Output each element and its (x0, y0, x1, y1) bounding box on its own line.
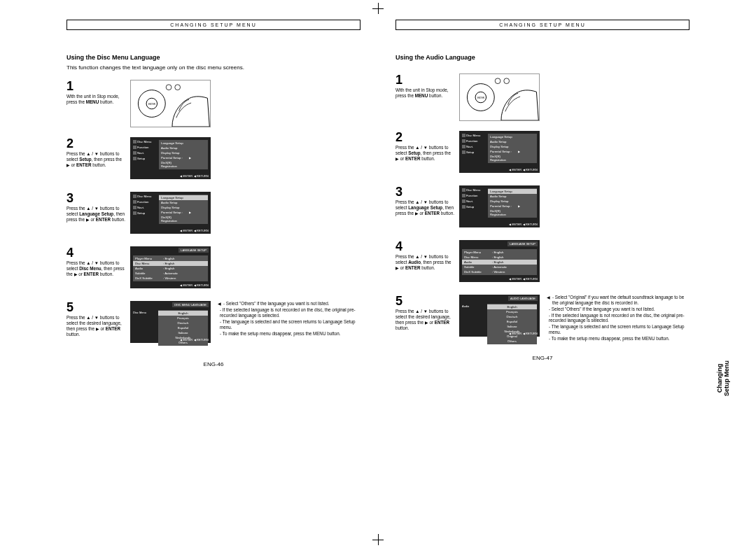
step-text: Press the ▲ / ▼ buttons to select Langua… (66, 206, 126, 223)
svg-text:ENTER: ENTER (148, 103, 155, 106)
step-number: 2 (396, 131, 455, 143)
step-figure: ENTER (130, 80, 211, 130)
step-number: 3 (66, 192, 126, 204)
side-tab: Changing Setup Menu (717, 360, 731, 396)
page-spread: CHANGING SETUP MENU Using the Disc Menu … (0, 0, 756, 377)
step-text: Press the ▲ / ▼ buttons to select Langua… (396, 199, 455, 216)
step-row: 4 Press the ▲ / ▼ buttons to select Audi… (396, 240, 690, 288)
step-row: 3 Press the ▲ / ▼ buttons to select Lang… (396, 185, 690, 233)
step-text: Press the ▲ / ▼ buttons to select Disc M… (66, 260, 126, 277)
step-text: With the unit in Stop mode, press the ME… (66, 94, 126, 105)
step-row: 2 Press the ▲ / ▼ buttons to select Setu… (66, 137, 360, 185)
step-text: Press the ▲ / ▼ buttons to select Audio,… (396, 254, 455, 271)
header-bar-right: CHANGING SETUP MENU (396, 20, 690, 30)
step-figure: LANGUAGE SETUP Player Menu: EnglishDisc … (130, 246, 211, 294)
step-number: 4 (396, 240, 455, 253)
step-text: Press the ▲ / ▼ buttons to select Setup,… (66, 151, 126, 168)
step-row: 1 With the unit in Stop mode, press the … (66, 80, 360, 130)
step-number: 3 (396, 185, 455, 198)
step-figure: AUDIO LANGUAGE Audio EnglishFrançaisDeut… (459, 295, 540, 342)
section-title-left: Using the Disc Menu Language (66, 54, 360, 61)
step-text: Press the ▲ / ▼ buttons to select the de… (396, 309, 455, 330)
step-notes: ◀- Select "Others" if the language you w… (215, 301, 360, 349)
header-bar-left: CHANGING SETUP MENU (66, 20, 360, 30)
step-text: Press the ▲ / ▼ buttons to select the de… (66, 315, 126, 337)
step-figure: Disc MenuFunctionNavi.Setup Language Set… (459, 131, 540, 178)
step-number: 5 (396, 295, 455, 307)
side-tab-line2: Setup Menu (723, 360, 730, 396)
svg-text:ENTER: ENTER (477, 97, 484, 99)
step-figure: Disc MenuFunctionNavi.Setup Language Set… (130, 137, 211, 185)
page-number-left: ENG-46 (66, 361, 360, 367)
step-text: Press the ▲ / ▼ buttons to select Setup,… (396, 145, 455, 162)
section-title-right: Using the Audio Language (396, 54, 690, 61)
step-figure: ENTER (459, 73, 540, 124)
section-subtitle-left: This function changes the text language … (66, 64, 360, 71)
step-row: 5 Press the ▲ / ▼ buttons to select the … (66, 301, 360, 349)
step-row: 5 Press the ▲ / ▼ buttons to select the … (396, 295, 690, 342)
side-tab-line1: Changing (716, 364, 723, 393)
step-row: 4 Press the ▲ / ▼ buttons to select Disc… (66, 246, 360, 294)
step-row: 2 Press the ▲ / ▼ buttons to select Setu… (396, 131, 690, 178)
step-number: 2 (66, 137, 126, 150)
step-figure: LANGUAGE SETUP Player Menu: EnglishDisc … (459, 240, 540, 288)
page-left: CHANGING SETUP MENU Using the Disc Menu … (66, 20, 360, 367)
page-number-right: ENG-47 (396, 355, 690, 361)
step-figure: Disc MenuFunctionNavi.Setup Language Set… (130, 192, 211, 239)
step-number: 4 (66, 246, 126, 259)
step-figure: Disc MenuFunctionNavi.Setup Language Set… (459, 185, 540, 233)
step-row: 3 Press the ▲ / ▼ buttons to select Lang… (66, 192, 360, 239)
step-figure: DISC MENU LANGUAGE Disc Menu EnglishFran… (130, 301, 211, 349)
page-right: CHANGING SETUP MENU Using the Audio Lang… (396, 20, 690, 367)
step-row: 1 With the unit in Stop mode, press the … (396, 73, 690, 124)
step-text: With the unit in Stop mode, press the ME… (396, 87, 455, 99)
step-number: 1 (396, 73, 455, 86)
step-number: 5 (66, 301, 126, 314)
step-number: 1 (66, 80, 126, 92)
step-notes: ◀- Select "Original" if you want the def… (544, 295, 690, 342)
